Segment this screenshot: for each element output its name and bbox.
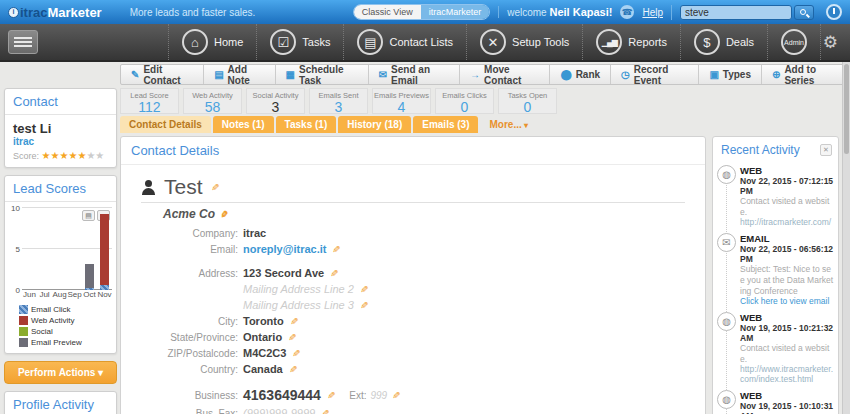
edit-field-icon[interactable]: ✎ (360, 300, 368, 311)
page-scrollbar[interactable] (842, 62, 850, 414)
field-country: Country:Canada✎ (143, 363, 691, 375)
field-state-province: State/Province:Ontario✎ (143, 331, 691, 343)
edit-ext-icon[interactable]: ✎ (392, 390, 400, 401)
rank-button[interactable]: ⬤Rank (550, 65, 611, 84)
field-company: Company:itrac (143, 227, 691, 239)
bar-email-click[interactable] (85, 288, 94, 290)
tab-contact-details[interactable]: Contact Details (120, 116, 211, 133)
nav-item-contact-lists[interactable]: ▤Contact Lists (344, 24, 467, 60)
setup-tools-icon: ✕ (480, 29, 506, 55)
itracmarketer-view-button[interactable]: itracMarketer (421, 5, 490, 19)
edit-field-icon[interactable]: ✎ (360, 284, 368, 295)
add-note-button[interactable]: ▤Add Note (204, 65, 275, 84)
schedule-task-button[interactable]: ▦Schedule Task (276, 65, 369, 84)
move-contact-button[interactable]: →Move Contact (460, 65, 550, 84)
perform-actions-button[interactable]: Perform Actions ▾ (4, 361, 117, 384)
nav-item-reports[interactable]: ▁▄▆Reports (583, 24, 681, 60)
tab-more[interactable]: More... ▾ (480, 116, 536, 133)
search-button[interactable] (794, 5, 814, 20)
bar-email-click[interactable] (100, 285, 109, 290)
stat-emails-clicks[interactable]: Emails Clicks0 (435, 88, 494, 114)
record-event-button[interactable]: ◷Record Event (611, 65, 699, 84)
stat-emails-sent[interactable]: Emails Sent3 (309, 88, 368, 114)
nav-label-deals: Deals (726, 36, 754, 48)
nav-item-deals[interactable]: $Deals (681, 24, 768, 60)
edit-field-icon[interactable]: ✎ (330, 268, 338, 279)
edit-field-icon[interactable]: ✎ (288, 332, 296, 343)
edit-company-icon[interactable]: ✎ (221, 209, 229, 220)
activity-entry: ◍WEBNov 22, 2015 - 07:12:15 PMContact vi… (717, 165, 834, 227)
activity-link[interactable]: http://www.itracmarketer.com/index.test.… (740, 364, 834, 384)
field-value: Mailing Address Line 3 (243, 299, 354, 311)
globe-icon: ◍ (717, 165, 736, 184)
field-value[interactable]: noreply@itrac.it (243, 243, 326, 255)
stat-value: 4 (373, 100, 430, 114)
edit-field-icon[interactable]: ✎ (290, 316, 298, 327)
star-icon: ★ (86, 150, 95, 161)
detail-tabs: Contact DetailsNotes (1)Tasks (1)History… (120, 116, 537, 133)
legend-email-click: Email Click (19, 305, 71, 314)
stat-web-activity[interactable]: Web Activity58 (183, 88, 242, 114)
field-mailing-address-line-3: Mailing Address Line 3✎ (143, 299, 691, 311)
field-value: 123 Secord Ave (243, 267, 324, 279)
classic-view-button[interactable]: Classic View (354, 5, 421, 19)
help-link[interactable]: Help (642, 7, 663, 18)
phone-icon[interactable]: ☎ (620, 5, 634, 19)
activity-entry: ✉EMAILNov 22, 2015 - 06:56:12 PMSubject:… (717, 233, 834, 306)
menu-hamburger-button[interactable] (8, 30, 38, 54)
types-icon: ▣ (709, 69, 718, 80)
edit-name-icon[interactable]: ✎ (211, 182, 219, 193)
edit-contact-button[interactable]: ✎Edit Contact (121, 65, 204, 84)
bar-web-activity[interactable] (100, 214, 109, 285)
x-tick: Jun (22, 290, 37, 299)
reports-icon: ▁▄▆ (596, 29, 622, 55)
activity-date: Nov 19, 2015 - 10:21:32 AM (740, 323, 834, 343)
sidebar: Contact test Li itrac Score: ★★★★★★★ Lea… (4, 88, 117, 414)
edit-field-icon[interactable]: ✎ (327, 390, 335, 401)
bar-email-preview[interactable] (85, 264, 94, 288)
stat-emails-previews[interactable]: Emails Previews4 (372, 88, 431, 114)
close-icon[interactable]: ✕ (820, 144, 832, 156)
activity-type: WEB (740, 165, 834, 176)
stat-lead-score[interactable]: Lead Score112 (120, 88, 179, 114)
edit-field-icon[interactable]: ✎ (289, 364, 297, 375)
lead-scores-panel: Lead Scores ▤ ↓ 0510 JunJulAugSepOctNov … (4, 175, 117, 354)
tagline: More leads and faster sales. (130, 7, 256, 18)
main-nav-bar: ⌂Home☑Tasks▤Contact Lists✕Setup Tools▁▄▆… (0, 24, 850, 62)
edit-field-icon[interactable]: ✎ (292, 348, 300, 359)
logout-power-button[interactable] (826, 4, 842, 20)
nav-item-tasks[interactable]: ☑Tasks (257, 24, 344, 60)
tab-notes-1[interactable]: Notes (1) (213, 116, 274, 133)
tab-emails-3[interactable]: Emails (3) (413, 116, 478, 133)
contact-company[interactable]: itrac (13, 136, 108, 147)
types-label: Types (723, 69, 751, 80)
tab-tasks-1[interactable]: Tasks (1) (276, 116, 337, 133)
search-input[interactable] (680, 5, 792, 20)
stat-value: 0 (436, 100, 493, 114)
web-activity-swatch (19, 316, 28, 325)
x-tick: Sep (67, 290, 82, 299)
nav-item-home[interactable]: ⌂Home (168, 24, 257, 60)
activity-link[interactable]: http://itracmarketer.com/ (740, 217, 834, 227)
settings-gear-icon[interactable]: ⚙ (823, 32, 838, 53)
profile-activity-title: Profile Activity (5, 392, 116, 414)
edit-contact-icon: ✎ (131, 69, 139, 80)
add-to-series-button[interactable]: ⊕Add to Series (762, 65, 849, 84)
person-icon (141, 180, 156, 195)
stat-tasks-open[interactable]: Tasks Open0 (498, 88, 557, 114)
stat-social-activity[interactable]: Social Activity3 (246, 88, 305, 114)
edit-field-icon[interactable]: ✎ (332, 244, 340, 255)
tab-history-18[interactable]: History (18) (338, 116, 411, 133)
activity-text: Contact visited a website. (740, 196, 834, 217)
send-an-email-button[interactable]: ✉Send an Email (369, 65, 460, 84)
star-icon: ★ (42, 150, 51, 161)
view-email-link[interactable]: Click here to view email (740, 296, 834, 306)
nav-item-admin[interactable]: Admin (768, 24, 821, 60)
nav-item-setup-tools[interactable]: ✕Setup Tools (467, 24, 583, 60)
detail-company-line: Acme Co (163, 207, 215, 221)
activity-type: WEB (740, 390, 834, 401)
globe-icon: ◍ (717, 390, 736, 409)
types-button[interactable]: ▣Types (699, 65, 762, 84)
stat-value: 58 (184, 100, 241, 114)
edit-field-icon[interactable]: ✎ (321, 408, 329, 414)
